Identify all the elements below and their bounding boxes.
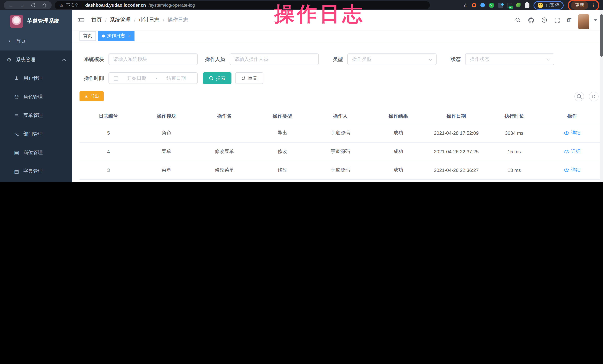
table-row: 2菜单创建菜单新增芋道源码成功2021-04-26 22:35:4515 ms详…	[80, 179, 601, 182]
table-cell: 新增	[253, 179, 311, 182]
sidebar-item-label: 角色管理	[23, 94, 43, 100]
reload-icon[interactable]	[31, 3, 36, 8]
type-label: 类型	[332, 56, 343, 63]
breadcrumb-separator: /	[163, 17, 164, 23]
post-icon: ▣	[13, 150, 20, 155]
sidebar-item-home[interactable]: ◔首页	[0, 32, 72, 51]
table-cell: 导出	[253, 124, 311, 142]
table-cell: 修改	[253, 142, 311, 161]
table-cell: 2	[80, 179, 138, 182]
search-button[interactable]: 搜索	[203, 72, 232, 84]
extension-blue-drop-icon[interactable]	[480, 3, 485, 7]
range-separator: -	[155, 75, 158, 81]
reset-button[interactable]: 重置	[235, 72, 263, 84]
sidebar-item-posts[interactable]: ▣岗位管理	[0, 143, 72, 162]
operator-input[interactable]: 请输入操作人员	[230, 54, 319, 65]
table-header-row: 日志编号操作模块操作名操作类型操作人操作结果操作日期执行时长操作	[80, 109, 601, 124]
sidebar-item-label: 岗位管理	[23, 149, 43, 156]
app-logo	[10, 15, 23, 28]
extensions-puzzle-icon[interactable]	[524, 3, 529, 8]
forward-icon[interactable]: →	[20, 3, 24, 8]
user-icon: ♟	[13, 75, 20, 81]
scrollbar-thumb[interactable]	[600, 14, 603, 57]
status-select[interactable]: 操作状态	[465, 54, 554, 65]
tag-active-dot	[102, 34, 105, 37]
column-header: 日志编号	[80, 109, 138, 124]
column-header: 操作结果	[369, 109, 427, 124]
column-header: 操作类型	[253, 109, 311, 124]
table-cell-actions: 详细	[543, 161, 601, 179]
toolbar-right	[574, 91, 599, 101]
sidebar-item-dicts[interactable]: ▤字典管理	[0, 162, 72, 180]
breadcrumb-item[interactable]: 系统管理	[110, 17, 131, 23]
column-header: 操作模块	[138, 109, 196, 124]
extension-leaf-icon[interactable]	[516, 3, 520, 7]
refresh-table-button[interactable]	[589, 91, 599, 101]
close-icon[interactable]: ×	[128, 33, 131, 38]
help-icon[interactable]: ?	[541, 17, 547, 23]
bookmark-star-icon[interactable]: ☆	[463, 2, 468, 8]
extension-vue-devtools-icon[interactable]: V	[489, 3, 494, 8]
breadcrumb: 首页/系统管理/审计日志/操作日志	[91, 17, 188, 23]
column-header: 操作名	[196, 109, 253, 124]
table-cell-actions: 详细	[543, 142, 601, 161]
sidebar-item-label: 首页	[16, 38, 26, 44]
calendar-icon	[113, 76, 118, 81]
org-tree-icon: ⌥	[13, 131, 20, 137]
sidebar-logo-row[interactable]: 芋道管理系统	[0, 11, 72, 32]
sidebar-item-roles[interactable]: ⚇角色管理	[0, 88, 72, 106]
extension-proxy-icon[interactable]: on	[507, 3, 512, 8]
module-input[interactable]: 请输入系统模块	[108, 54, 198, 65]
sidebar-item-menus[interactable]: ≣菜单管理	[0, 106, 72, 125]
sidebar-item-depts[interactable]: ⌥部门管理	[0, 125, 72, 143]
toggle-search-button[interactable]	[574, 91, 584, 101]
table-cell: 菜单	[138, 142, 196, 161]
tag-home[interactable]: 首页	[80, 31, 96, 41]
breadcrumb-item[interactable]: 审计日志	[139, 17, 160, 23]
sidebar-item-users[interactable]: ♟用户管理	[0, 69, 72, 88]
detail-link[interactable]: 详细	[564, 130, 581, 136]
extension-orange-ring-icon[interactable]	[472, 3, 476, 7]
sidebar-item-label: 系统管理	[16, 56, 35, 63]
chevron-down-icon[interactable]	[594, 19, 597, 21]
avatar[interactable]	[578, 14, 589, 29]
sidebar-item-notices[interactable]: ✉通知公告	[0, 180, 72, 182]
table-cell: 15 ms	[485, 142, 543, 161]
column-header: 执行时长	[485, 109, 543, 124]
detail-link[interactable]: 详细	[564, 148, 581, 155]
fullscreen-icon[interactable]	[554, 17, 560, 23]
scrollbar[interactable]	[600, 11, 603, 182]
date-range-picker[interactable]: 开始日期 - 结束日期	[108, 72, 198, 84]
breadcrumb-item: 操作日志	[168, 17, 188, 23]
search-icon[interactable]	[515, 17, 521, 23]
browser-menu-dots-icon[interactable]: ⋮	[591, 2, 596, 8]
emoji-extension-icon[interactable]	[537, 2, 543, 8]
sidebar-item-system[interactable]: ⚙系统管理	[0, 51, 72, 69]
sidebar-item-label: 用户管理	[23, 75, 43, 82]
home-icon[interactable]	[42, 3, 47, 8]
font-size-icon[interactable]: tT	[567, 17, 571, 23]
extension-on-badge: on	[509, 6, 513, 9]
table-cell: 2021-04-26 22:37:25	[427, 142, 485, 161]
github-icon[interactable]	[528, 17, 534, 23]
table-row: 3菜单修改菜单修改芋道源码成功2021-04-26 22:36:2713 ms详…	[80, 161, 601, 179]
dict-icon: ▤	[13, 168, 20, 174]
address-bar[interactable]: ⚠ 不安全 | dashboard.yudao.iocoder.cn/syste…	[55, 1, 430, 9]
breadcrumb-item[interactable]: 首页	[91, 17, 102, 23]
table-cell: 成功	[369, 124, 427, 142]
detail-link[interactable]: 详细	[564, 167, 581, 173]
table-cell	[196, 124, 253, 142]
chevron-down-icon	[546, 57, 550, 61]
export-button[interactable]: 导出	[80, 91, 104, 101]
tag-operate-log[interactable]: 操作日志 ×	[98, 31, 135, 41]
back-icon[interactable]: ←	[9, 3, 13, 8]
table-cell: 2021-04-28 17:52:09	[427, 124, 485, 142]
update-button[interactable]: 更新	[571, 1, 588, 10]
hamburger-icon[interactable]	[78, 17, 85, 23]
table-cell: 4	[80, 142, 138, 161]
table-cell: 2021-04-26 22:36:27	[427, 161, 485, 179]
extension-grid-icon[interactable]	[498, 3, 503, 8]
sidebar-item-label: 部门管理	[23, 131, 43, 137]
paused-annotation: 已暂停	[533, 1, 564, 10]
type-select[interactable]: 操作类型	[347, 54, 437, 65]
